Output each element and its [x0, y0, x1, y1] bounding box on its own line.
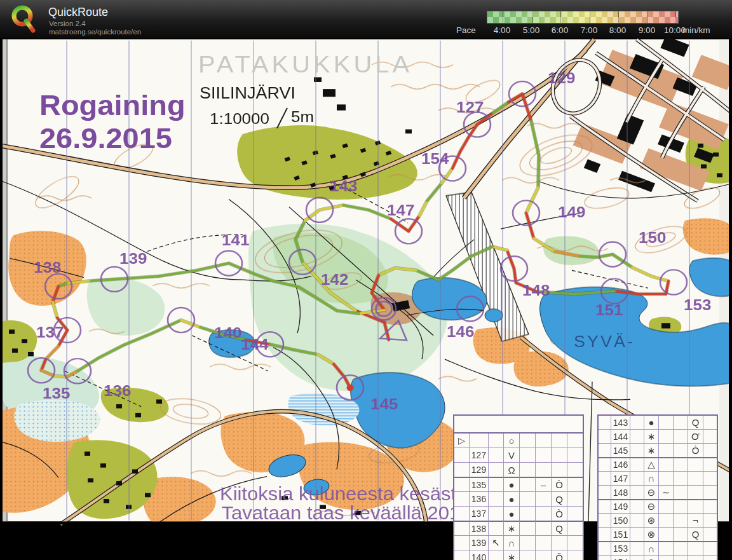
sheet-cell — [688, 472, 703, 486]
control-label-144: 144 — [241, 336, 268, 353]
sheet-row: 140∗Ǒ — [454, 550, 583, 560]
sheet-cell — [674, 541, 688, 556]
sheet-cell — [674, 430, 688, 444]
sheet-control-number: 145 — [611, 444, 630, 458]
sheet-control-number: 138 — [470, 521, 489, 536]
sheet-header — [454, 416, 583, 434]
sheet-cell: △ — [644, 457, 659, 472]
sheet-cell — [688, 486, 703, 500]
control-label-139: 139 — [119, 250, 147, 267]
pace-unit: min/km — [682, 25, 710, 35]
sheet-cell: – — [536, 477, 552, 492]
sheet-cell: Ȯ — [688, 444, 703, 458]
sheet-control-number — [470, 434, 489, 448]
sheet-row: 129Ω — [454, 463, 583, 477]
sheet-cell — [630, 472, 644, 486]
sheet-cell — [599, 541, 611, 556]
sheet-cell: ∩ — [504, 536, 520, 550]
sheet-cell: ● — [644, 416, 659, 430]
sheet-cell — [630, 486, 644, 500]
sheet-cell — [659, 472, 674, 486]
sheet-cell — [703, 541, 717, 556]
sheet-cell — [674, 457, 688, 472]
app-version: Version 2.4 — [49, 20, 86, 27]
control-description-sheet-right: 143●Q144∗Ơ145∗Ȯ146△147∩148⊖∼149⊖150⊛¬151… — [597, 414, 718, 560]
control-label-145: 145 — [370, 395, 398, 413]
sheet-cell — [489, 521, 504, 536]
sheet-row: 143●Q — [599, 416, 717, 430]
sheet-cell — [630, 528, 644, 542]
sheet-cell: V — [504, 448, 520, 463]
sheet-cell — [454, 477, 470, 492]
sheet-control-number: 144 — [611, 430, 630, 444]
event-date: 26.9.2015 — [39, 123, 172, 154]
sheet-cell: ¬ — [688, 514, 703, 528]
app-title: QuickRoute — [48, 6, 108, 19]
control-label-154: 154 — [421, 150, 449, 167]
sheet-cell — [567, 448, 583, 463]
pace-tick-label: 9:00 — [639, 25, 655, 35]
sheet-cell — [659, 430, 674, 444]
sheet-cell — [454, 536, 470, 550]
sheet-cell — [536, 536, 552, 550]
sheet-cell — [489, 477, 504, 492]
map-canvas[interactable]: 1271291351361371381391401411421431441451… — [0, 38, 732, 560]
control-label-135: 135 — [43, 384, 70, 401]
sheet-cell — [454, 507, 470, 521]
sheet-cell — [599, 499, 611, 514]
route-end-dot — [347, 385, 354, 391]
control-label-138: 138 — [34, 259, 61, 276]
sheet-cell — [520, 550, 536, 560]
control-label-141: 141 — [222, 231, 249, 249]
sheet-control-number: 154 — [611, 556, 630, 560]
route-segment — [580, 256, 597, 257]
sheet-cell: ⊛ — [644, 514, 659, 528]
pace-tick-label: 8:00 — [609, 25, 626, 35]
sheet-cell: ○ — [504, 434, 520, 448]
sheet-cell — [599, 486, 611, 500]
sheet-row: 153∩ — [599, 542, 717, 556]
sheet-cell — [703, 486, 717, 500]
sheet-cell — [489, 507, 504, 521]
sheet-cell — [567, 434, 583, 448]
sheet-row: 136●Q — [454, 492, 583, 507]
sheet-cell — [674, 444, 688, 458]
sheet-cell — [659, 444, 674, 458]
sheet-row: 146△ — [599, 458, 717, 472]
sheet-cell — [659, 457, 674, 472]
pace-tick-label: 4:00 — [494, 25, 510, 35]
sheet-cell — [454, 550, 470, 560]
sheet-cell — [674, 499, 688, 514]
pace-tick-line — [590, 11, 590, 23]
pace-tick-label: 6:00 — [552, 25, 568, 35]
sheet-cell — [688, 556, 703, 560]
sheet-control-number: 129 — [470, 463, 489, 477]
lake-label: SYVÄ- — [574, 332, 635, 351]
sheet-cell: ∩ — [644, 472, 659, 486]
pace-tick-line — [675, 11, 676, 23]
sheet-cell — [674, 556, 688, 560]
sheet-cell — [630, 416, 644, 430]
sheet-cell — [688, 499, 703, 514]
sheet-cell — [520, 477, 536, 492]
sheet-cell — [659, 528, 674, 542]
sheet-cell — [599, 528, 611, 542]
sheet-cell: ⊖ — [644, 556, 659, 560]
sheet-cell: Ơ — [688, 430, 703, 444]
control-label-140: 140 — [214, 324, 241, 341]
sheet-control-number: 150 — [611, 514, 630, 528]
sheet-row: 135●–Ò — [454, 477, 583, 492]
sheet-control-number: 148 — [611, 486, 630, 500]
pace-label: Pace — [456, 25, 476, 35]
sheet-cell — [489, 550, 504, 560]
sheet-cell: ∗ — [504, 550, 520, 560]
sheet-cell — [599, 430, 611, 444]
sheet-row: 154⊖ — [599, 556, 717, 560]
control-label-149: 149 — [558, 203, 585, 221]
sheet-cell — [688, 541, 703, 556]
sheet-cell — [674, 514, 688, 528]
control-label-153: 153 — [684, 296, 711, 313]
quickroute-logo-icon — [9, 4, 39, 34]
sheet-cell — [536, 507, 552, 521]
control-label-142: 142 — [321, 270, 348, 287]
